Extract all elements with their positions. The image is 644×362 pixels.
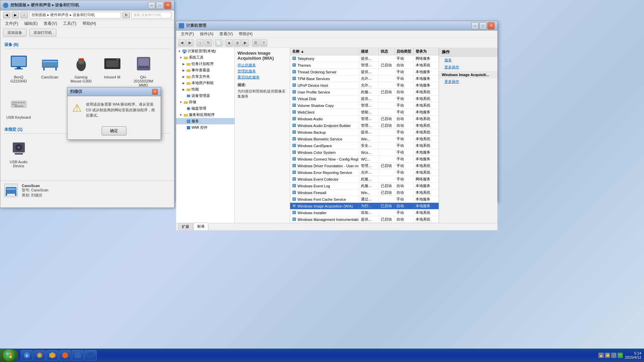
taskbar-media[interactable] <box>59 350 71 360</box>
tree-root[interactable]: ▼ 计算机管理(本地) <box>176 48 234 54</box>
col-logon[interactable]: 登录为 <box>414 48 439 55</box>
device-benq[interactable]: BenQ G2220HD <box>4 52 33 89</box>
toolbar-up[interactable]: ↑ <box>197 39 204 47</box>
tree-wmi[interactable]: WMI 控件 <box>176 124 234 131</box>
mgmt-menu-view[interactable]: 查看(V) <box>217 31 235 38</box>
service-row[interactable]: Windows Connect Now - Config RegistrarWC… <box>290 156 439 163</box>
tray-icon-1[interactable]: ▲ <box>598 353 604 358</box>
toolbar-properties[interactable]: ☰ <box>252 39 259 47</box>
action-services-label[interactable]: 服务 <box>439 57 497 64</box>
maximize-button[interactable]: □ <box>156 2 163 9</box>
action-selected-more[interactable]: 更多操作 <box>439 78 497 85</box>
service-row[interactable]: Windows FirewallWin...已启动自动本地系统 <box>290 189 439 196</box>
service-row[interactable]: Windows Driver Foundation - User-mode D.… <box>290 163 439 169</box>
mgmt-menu-action[interactable]: 操作(A) <box>197 31 216 38</box>
add-printer-button[interactable]: 添加打印机 <box>29 29 56 37</box>
taskbar-ie[interactable]: e <box>21 350 33 360</box>
search-box[interactable]: 搜索 设备和打印机 <box>131 12 171 18</box>
dialog-ok-button[interactable]: 确定 <box>102 126 126 135</box>
device-intuos[interactable]: Intuos4 M <box>98 52 126 89</box>
service-row[interactable]: Windows Event Collector此服...手动网络服务 <box>290 176 439 183</box>
service-row[interactable]: Thread Ordering Server提供...手动本地服务 <box>290 69 439 75</box>
toolbar-pause[interactable]: ⏸ <box>233 39 241 47</box>
device-canoscan[interactable]: CanoScan <box>36 52 64 89</box>
service-row[interactable]: Windows Error Reporting Service允许...手动本地… <box>290 169 439 176</box>
toolbar-help[interactable]: ? <box>260 39 267 47</box>
device-gaming-mouse[interactable]: Gaming Mouse G300 <box>67 52 95 89</box>
tree-local-users[interactable]: ▶ 本地用户和组 <box>176 80 234 86</box>
tray-shield-icon[interactable]: 🛡 <box>618 353 623 358</box>
toolbar-export[interactable]: 📄 <box>215 39 222 47</box>
tree-shared-folders[interactable]: ▶ 共享文件夹 <box>176 73 234 80</box>
dialog-close-button[interactable]: ✕ <box>152 89 158 95</box>
minimize-button[interactable]: ─ <box>148 2 155 9</box>
tree-services-apps[interactable]: ▼ 服务和应用程序 <box>176 112 234 118</box>
add-device-button[interactable]: 添加设备 <box>3 29 26 37</box>
toolbar-back[interactable]: ◀ <box>178 39 185 47</box>
tree-performance[interactable]: ▶ 性能 <box>176 86 234 93</box>
service-row[interactable]: TPM Base Services允许...手动本地服务 <box>290 75 439 82</box>
menu-view[interactable]: 查看(V) <box>41 20 60 27</box>
menu-tools[interactable]: 工具(T) <box>60 20 79 27</box>
mgmt-menu-file[interactable]: 文件(F) <box>178 31 197 38</box>
service-row[interactable]: Windows Management Instrumentation提供...已… <box>290 216 439 223</box>
service-row[interactable]: Windows CardSpace安全...手动本地系统 <box>290 142 439 149</box>
service-row[interactable]: Volume Shadow Copy管理...手动本地系统 <box>290 102 439 109</box>
service-row[interactable]: Windows Backup提供...手动本地系统 <box>290 129 439 136</box>
service-row[interactable]: Virtual Disk提供...手动本地系统 <box>290 96 439 102</box>
menu-file[interactable]: 文件(F) <box>2 20 21 27</box>
restart-service-link[interactable]: 重启动此服务 <box>237 75 287 80</box>
service-row[interactable]: Windows Color SystemWcs...手动本地服务 <box>290 149 439 156</box>
service-row[interactable]: Windows Font Cache Service通过...手动本地服务 <box>290 196 439 203</box>
service-row[interactable]: Windows Audio Endpoint Builder管理...已启动自动… <box>290 122 439 129</box>
tree-storage[interactable]: ▼ 存储 <box>176 99 234 105</box>
service-row[interactable]: Telephony提供...手动网络服务 <box>290 55 439 62</box>
tree-sys-tools[interactable]: ▼ 系统工具 <box>176 54 234 61</box>
forward-button[interactable]: ▶ <box>12 12 19 18</box>
service-row[interactable]: WebClient使能...手动本地服务 <box>290 109 439 116</box>
service-row[interactable]: Windows Biometric ServiceWin...手动本地系统 <box>290 136 439 142</box>
service-row[interactable]: Windows Audio管理...已启动自动本地系统 <box>290 116 439 122</box>
device-qh[interactable]: QH-20150329M MMO <box>129 52 158 89</box>
toolbar-forward[interactable]: ▶ <box>186 39 194 47</box>
menu-help[interactable]: 帮助(H) <box>80 20 99 27</box>
service-row[interactable]: Windows Image Acquisition (WIA)为扫...已启动自… <box>290 203 439 209</box>
tree-event-viewer[interactable]: ▶ 事件查看器 <box>176 67 234 73</box>
action-more[interactable]: 更多操作 <box>439 64 497 71</box>
tree-task-scheduler[interactable]: ▶ 任务计划程序 <box>176 61 234 67</box>
col-startup[interactable]: 启动类型 <box>394 48 414 55</box>
stop-service-link[interactable]: 停止此服务 <box>237 63 287 68</box>
tab-extended[interactable]: 扩展 <box>178 223 193 230</box>
address-path[interactable]: 控制面板 ▸ 硬件和声音 ▸ 设备和打印机 <box>29 12 121 18</box>
taskbar-app1[interactable] <box>72 350 84 360</box>
menu-edit[interactable]: 编辑(E) <box>21 20 40 27</box>
col-desc[interactable]: 描述 <box>359 48 379 55</box>
taskbar-install[interactable] <box>85 350 97 360</box>
toolbar-play[interactable]: ▶ <box>241 39 249 47</box>
service-row[interactable]: UPnP Device Host允许...手动本地服务 <box>290 82 439 89</box>
start-button[interactable] <box>0 349 18 361</box>
mgmt-maximize-button[interactable]: □ <box>479 22 487 29</box>
manage-service-link[interactable]: 管理此服务 <box>237 69 287 74</box>
col-status[interactable]: 状态 <box>379 48 394 55</box>
col-name[interactable]: 名称 ▲ <box>290 48 359 55</box>
toolbar-stop[interactable]: ■ <box>225 39 233 47</box>
tree-device-manager[interactable]: 设备管理器 <box>176 93 234 99</box>
up-button[interactable]: ↑ <box>20 12 28 18</box>
mgmt-minimize-button[interactable]: ─ <box>471 22 479 29</box>
back-button[interactable]: ◀ <box>3 12 10 18</box>
service-row[interactable]: User Profile Service此服...已启动自动本地系统 <box>290 89 439 96</box>
toolbar-refresh[interactable]: ↻ <box>205 39 212 47</box>
service-row[interactable]: Windows Installer添加...手动本地系统 <box>290 209 439 216</box>
refresh-button[interactable]: ↻ <box>122 12 130 18</box>
tab-standard[interactable]: 标准 <box>194 223 208 230</box>
device-usb-audio[interactable]: USB Audio Device <box>4 136 33 170</box>
service-row[interactable]: Windows Event Log此服...已启动自动本地服务 <box>290 183 439 189</box>
clock[interactable]: 5:14 2015/4/12 <box>625 351 641 359</box>
taskbar-chrome[interactable] <box>34 350 46 360</box>
tree-disk-mgmt[interactable]: 磁盘管理 <box>176 105 234 112</box>
mgmt-close-button[interactable]: ✕ <box>487 22 495 29</box>
device-usb-keyboard[interactable]: USB Keyboard <box>4 92 33 121</box>
tree-services[interactable]: 服务 <box>176 118 234 124</box>
mgmt-menu-help[interactable]: 帮助(H) <box>236 31 255 38</box>
